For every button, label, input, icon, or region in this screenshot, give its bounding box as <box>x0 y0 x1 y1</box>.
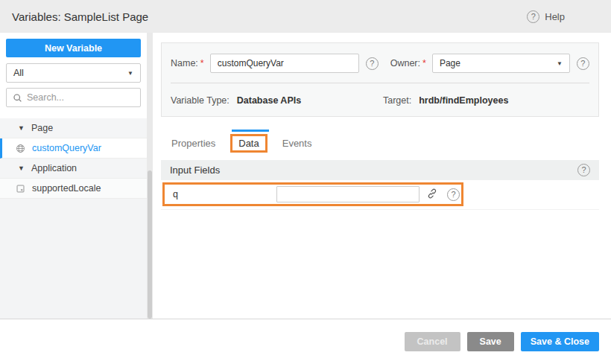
tree-group-label: Application <box>31 163 77 173</box>
owner-label: Owner: <box>390 58 420 68</box>
owner-help-icon[interactable]: ? <box>577 57 589 70</box>
tab-data[interactable]: Data <box>230 134 267 153</box>
variables-tree: ▼ Page customQueryVar ▼ Application <box>0 118 147 199</box>
tab-events[interactable]: Events <box>281 135 314 152</box>
dialog-body: New Variable All ▼ ▼ Page <box>0 33 611 319</box>
owner-select[interactable]: Page ▼ <box>432 54 570 73</box>
variable-filter-value: All <box>13 68 24 78</box>
search-icon <box>13 93 22 103</box>
tree-group-application[interactable]: ▼ Application <box>0 159 147 179</box>
variable-type-label: Variable Type: <box>171 95 229 106</box>
link-icon <box>426 188 438 202</box>
chevron-down-icon: ▼ <box>18 165 25 172</box>
name-help-icon[interactable]: ? <box>366 57 379 70</box>
save-and-close-button[interactable]: Save & Close <box>521 332 599 351</box>
input-fields-header: Input Fields ? <box>161 160 599 180</box>
scrollbar-thumb[interactable] <box>148 170 152 319</box>
tree-item-supportedlocale[interactable]: supportedLocale <box>0 179 147 199</box>
service-variable-icon <box>16 144 25 153</box>
sidebar-controls: New Variable All ▼ <box>0 33 147 113</box>
tree-item-label: customQueryVar <box>32 143 101 153</box>
variables-dialog: Variables: SampleList Page ? Help New Va… <box>0 0 611 364</box>
target-group: Target: hrdb/findEmployees <box>383 95 508 106</box>
input-fields-help-icon[interactable]: ? <box>577 164 590 176</box>
target-label: Target: <box>383 95 411 106</box>
annotation-highlight-input-row: q ? <box>162 182 463 206</box>
target-value: hrdb/findEmployees <box>419 95 508 106</box>
scrollbar[interactable] <box>147 33 153 319</box>
search-input[interactable] <box>27 92 134 103</box>
chevron-down-icon: ▼ <box>18 124 25 132</box>
save-button[interactable]: Save <box>467 332 514 351</box>
input-fields-body: q ? <box>161 180 599 210</box>
variable-type-value: Database APIs <box>237 95 301 106</box>
owner-value: Page <box>440 58 460 68</box>
page-title: Variables: SampleList Page <box>12 10 148 23</box>
variables-sidebar: New Variable All ▼ ▼ Page <box>0 33 147 319</box>
tab-properties[interactable]: Properties <box>170 135 217 152</box>
help-link[interactable]: ? Help <box>527 10 565 23</box>
chevron-down-icon: ▼ <box>557 60 563 67</box>
field-help-icon[interactable]: ? <box>447 188 460 201</box>
tab-data-label: Data <box>238 138 259 149</box>
variable-summary-box: Name: * ? Owner: * Page ▼ ? Variable Typ… <box>161 42 599 117</box>
input-fields-title: Input Fields <box>170 165 220 176</box>
tree-item-customqueryvar[interactable]: customQueryVar <box>0 138 147 159</box>
dialog-header: Variables: SampleList Page ? Help <box>0 0 611 33</box>
variable-detail-panel: Name: * ? Owner: * Page ▼ ? Variable Typ… <box>153 33 611 319</box>
tree-group-page[interactable]: ▼ Page <box>0 118 147 138</box>
variable-search-box[interactable] <box>6 88 141 107</box>
detail-tabbar: Properties Data Events <box>161 132 599 154</box>
input-fields-section: Input Fields ? q ? <box>161 160 599 210</box>
active-tab-indicator <box>232 130 269 132</box>
name-label: Name: <box>171 58 198 68</box>
required-marker: * <box>200 58 204 68</box>
locale-variable-icon <box>16 184 25 194</box>
name-owner-row: Name: * ? Owner: * Page ▼ ? <box>171 53 589 74</box>
new-variable-button[interactable]: New Variable <box>6 39 141 57</box>
field-name-label: q <box>173 189 276 199</box>
sidebar-empty-area <box>0 199 147 319</box>
name-input[interactable] <box>210 54 359 73</box>
bind-field-button[interactable] <box>426 188 438 202</box>
required-marker: * <box>422 58 426 68</box>
dialog-footer: Cancel Save Save & Close <box>0 319 611 364</box>
variable-filter-select[interactable]: All ▼ <box>6 63 141 83</box>
cancel-button[interactable]: Cancel <box>405 332 460 351</box>
field-value-input[interactable] <box>276 186 420 202</box>
help-icon[interactable]: ? <box>527 10 539 23</box>
chevron-down-icon: ▼ <box>127 70 133 77</box>
type-target-row: Variable Type: Database APIs Target: hrd… <box>171 95 589 106</box>
tree-group-label: Page <box>31 123 53 133</box>
divider <box>171 83 589 83</box>
tree-item-label: supportedLocale <box>32 183 101 194</box>
help-label[interactable]: Help <box>545 11 565 22</box>
variable-type-group: Variable Type: Database APIs <box>171 95 383 106</box>
